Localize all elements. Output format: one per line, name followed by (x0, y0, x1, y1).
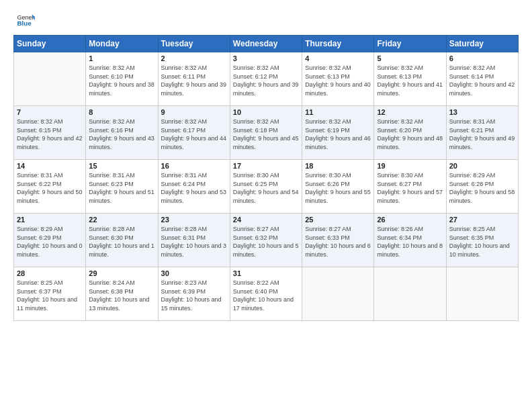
day-info: Sunrise: 8:22 AMSunset: 6:40 PMDaylight:… (233, 279, 299, 312)
day-info: Sunrise: 8:29 AMSunset: 6:28 PMDaylight:… (449, 171, 515, 205)
calendar-cell: 16Sunrise: 8:31 AMSunset: 6:24 PMDayligh… (158, 160, 230, 214)
day-info: Sunrise: 8:32 AMSunset: 6:19 PMDaylight:… (305, 118, 371, 151)
day-number: 7 (17, 108, 83, 116)
day-number: 28 (17, 269, 83, 277)
calendar-cell: 17Sunrise: 8:30 AMSunset: 6:25 PMDayligh… (230, 160, 302, 214)
weekday-header-tuesday: Tuesday (158, 36, 230, 52)
weekday-header-monday: Monday (86, 36, 158, 52)
calendar-cell: 10Sunrise: 8:32 AMSunset: 6:18 PMDayligh… (230, 106, 302, 160)
day-info: Sunrise: 8:24 AMSunset: 6:38 PMDaylight:… (89, 279, 154, 312)
week-row-5: 28Sunrise: 8:25 AMSunset: 6:37 PMDayligh… (14, 267, 519, 321)
day-info: Sunrise: 8:32 AMSunset: 6:17 PMDaylight:… (161, 118, 227, 151)
day-info: Sunrise: 8:32 AMSunset: 6:10 PMDaylight:… (89, 64, 154, 97)
day-info: Sunrise: 8:28 AMSunset: 6:30 PMDaylight:… (89, 225, 154, 259)
calendar-cell (302, 267, 374, 321)
calendar-cell: 29Sunrise: 8:24 AMSunset: 6:38 PMDayligh… (86, 267, 158, 321)
calendar-cell: 19Sunrise: 8:30 AMSunset: 6:27 PMDayligh… (374, 160, 446, 214)
calendar-cell: 13Sunrise: 8:31 AMSunset: 6:21 PMDayligh… (446, 106, 518, 160)
calendar-table: SundayMondayTuesdayWednesdayThursdayFrid… (13, 35, 519, 321)
weekday-header-friday: Friday (374, 36, 446, 52)
day-number: 12 (377, 108, 443, 116)
day-number: 18 (305, 162, 371, 170)
day-info: Sunrise: 8:30 AMSunset: 6:26 PMDaylight:… (305, 171, 371, 205)
calendar-cell: 6Sunrise: 8:32 AMSunset: 6:14 PMDaylight… (446, 52, 518, 106)
calendar-cell: 11Sunrise: 8:32 AMSunset: 6:19 PMDayligh… (302, 106, 374, 160)
logo: General Blue (13, 11, 35, 30)
day-number: 5 (377, 54, 443, 62)
day-number: 16 (161, 162, 227, 170)
day-info: Sunrise: 8:23 AMSunset: 6:39 PMDaylight:… (161, 279, 227, 312)
day-info: Sunrise: 8:32 AMSunset: 6:11 PMDaylight:… (161, 64, 227, 97)
header: General Blue (13, 11, 519, 30)
day-info: Sunrise: 8:32 AMSunset: 6:16 PMDaylight:… (89, 118, 154, 151)
day-info: Sunrise: 8:27 AMSunset: 6:32 PMDaylight:… (233, 225, 299, 259)
calendar-cell: 5Sunrise: 8:32 AMSunset: 6:13 PMDaylight… (374, 52, 446, 106)
day-number: 27 (449, 216, 515, 224)
day-number: 29 (89, 269, 154, 277)
day-info: Sunrise: 8:29 AMSunset: 6:29 PMDaylight:… (17, 225, 83, 259)
calendar-cell: 18Sunrise: 8:30 AMSunset: 6:26 PMDayligh… (302, 160, 374, 214)
calendar-cell: 23Sunrise: 8:28 AMSunset: 6:31 PMDayligh… (158, 214, 230, 267)
calendar-cell: 7Sunrise: 8:32 AMSunset: 6:15 PMDaylight… (14, 106, 86, 160)
day-number: 11 (305, 108, 371, 116)
day-info: Sunrise: 8:32 AMSunset: 6:15 PMDaylight:… (17, 118, 83, 151)
calendar-cell (14, 52, 86, 106)
calendar-cell: 14Sunrise: 8:31 AMSunset: 6:22 PMDayligh… (14, 160, 86, 214)
day-number: 22 (89, 216, 154, 224)
day-number: 10 (233, 108, 299, 116)
day-number: 19 (377, 162, 443, 170)
day-info: Sunrise: 8:31 AMSunset: 6:24 PMDaylight:… (161, 171, 227, 205)
page: General Blue SundayMondayTuesdayWednesda… (0, 0, 532, 411)
week-row-2: 7Sunrise: 8:32 AMSunset: 6:15 PMDaylight… (14, 106, 519, 160)
calendar-cell: 30Sunrise: 8:23 AMSunset: 6:39 PMDayligh… (158, 267, 230, 321)
day-info: Sunrise: 8:32 AMSunset: 6:13 PMDaylight:… (305, 64, 371, 97)
day-number: 2 (161, 54, 227, 62)
day-number: 30 (161, 269, 227, 277)
weekday-header-sunday: Sunday (14, 36, 86, 52)
day-info: Sunrise: 8:32 AMSunset: 6:13 PMDaylight:… (377, 64, 443, 97)
day-info: Sunrise: 8:32 AMSunset: 6:14 PMDaylight:… (449, 64, 515, 97)
day-info: Sunrise: 8:31 AMSunset: 6:22 PMDaylight:… (17, 171, 83, 205)
day-number: 21 (17, 216, 83, 224)
calendar-cell: 22Sunrise: 8:28 AMSunset: 6:30 PMDayligh… (86, 214, 158, 267)
calendar-cell: 1Sunrise: 8:32 AMSunset: 6:10 PMDaylight… (86, 52, 158, 106)
day-info: Sunrise: 8:25 AMSunset: 6:35 PMDaylight:… (449, 225, 515, 259)
calendar-cell: 28Sunrise: 8:25 AMSunset: 6:37 PMDayligh… (14, 267, 86, 321)
calendar-cell: 12Sunrise: 8:32 AMSunset: 6:20 PMDayligh… (374, 106, 446, 160)
day-number: 31 (233, 269, 299, 277)
week-row-1: 1Sunrise: 8:32 AMSunset: 6:10 PMDaylight… (14, 52, 519, 106)
calendar-cell: 20Sunrise: 8:29 AMSunset: 6:28 PMDayligh… (446, 160, 518, 214)
weekday-header-saturday: Saturday (446, 36, 518, 52)
day-info: Sunrise: 8:30 AMSunset: 6:25 PMDaylight:… (233, 171, 299, 205)
day-number: 8 (89, 108, 154, 116)
day-number: 9 (161, 108, 227, 116)
svg-text:Blue: Blue (17, 19, 32, 27)
day-number: 1 (89, 54, 154, 62)
day-number: 26 (377, 216, 443, 224)
logo-icon: General Blue (16, 11, 35, 30)
day-info: Sunrise: 8:32 AMSunset: 6:20 PMDaylight:… (377, 118, 443, 151)
day-info: Sunrise: 8:28 AMSunset: 6:31 PMDaylight:… (161, 225, 227, 259)
calendar-cell: 4Sunrise: 8:32 AMSunset: 6:13 PMDaylight… (302, 52, 374, 106)
calendar-cell: 31Sunrise: 8:22 AMSunset: 6:40 PMDayligh… (230, 267, 302, 321)
day-info: Sunrise: 8:32 AMSunset: 6:12 PMDaylight:… (233, 64, 299, 97)
week-row-4: 21Sunrise: 8:29 AMSunset: 6:29 PMDayligh… (14, 214, 519, 267)
day-info: Sunrise: 8:30 AMSunset: 6:27 PMDaylight:… (377, 171, 443, 205)
week-row-3: 14Sunrise: 8:31 AMSunset: 6:22 PMDayligh… (14, 160, 519, 214)
calendar-cell: 27Sunrise: 8:25 AMSunset: 6:35 PMDayligh… (446, 214, 518, 267)
day-number: 4 (305, 54, 371, 62)
calendar-cell: 8Sunrise: 8:32 AMSunset: 6:16 PMDaylight… (86, 106, 158, 160)
day-number: 14 (17, 162, 83, 170)
day-number: 23 (161, 216, 227, 224)
day-number: 25 (305, 216, 371, 224)
day-number: 6 (449, 54, 515, 62)
day-number: 20 (449, 162, 515, 170)
day-number: 17 (233, 162, 299, 170)
day-info: Sunrise: 8:31 AMSunset: 6:23 PMDaylight:… (89, 171, 154, 205)
day-info: Sunrise: 8:31 AMSunset: 6:21 PMDaylight:… (449, 118, 515, 151)
calendar-cell: 15Sunrise: 8:31 AMSunset: 6:23 PMDayligh… (86, 160, 158, 214)
calendar-cell: 3Sunrise: 8:32 AMSunset: 6:12 PMDaylight… (230, 52, 302, 106)
day-number: 15 (89, 162, 154, 170)
calendar-cell: 25Sunrise: 8:27 AMSunset: 6:33 PMDayligh… (302, 214, 374, 267)
day-info: Sunrise: 8:32 AMSunset: 6:18 PMDaylight:… (233, 118, 299, 151)
